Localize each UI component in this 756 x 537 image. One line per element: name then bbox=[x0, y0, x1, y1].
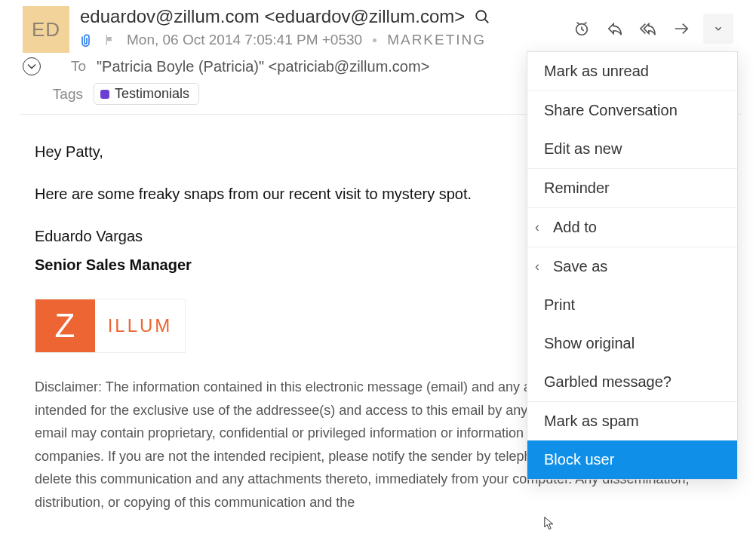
tags-label: Tags bbox=[48, 86, 83, 103]
menu-show-original[interactable]: Show original bbox=[527, 324, 737, 363]
tag-chip[interactable]: Testimonials bbox=[94, 83, 199, 105]
menu-share-conversation[interactable]: Share Conversation bbox=[527, 91, 737, 130]
to-label: To bbox=[51, 58, 86, 75]
menu-mark-spam[interactable]: Mark as spam bbox=[527, 401, 737, 440]
svg-line-1 bbox=[485, 20, 489, 23]
to-value: "Patricia Boyle (Patricia)" <patriciab@z… bbox=[97, 58, 429, 75]
menu-edit-as-new[interactable]: Edit as new bbox=[527, 130, 737, 168]
from-address: eduardov@zillum.com <eduardov@zillum.com… bbox=[80, 6, 465, 27]
separator-dot bbox=[373, 38, 376, 42]
more-actions-button[interactable] bbox=[703, 14, 733, 44]
menu-block-user[interactable]: Block user bbox=[527, 440, 737, 479]
email-date: Mon, 06 Oct 2014 7:05:41 PM +0530 bbox=[127, 32, 362, 48]
forward-icon[interactable] bbox=[673, 20, 690, 37]
svg-point-0 bbox=[476, 11, 486, 20]
tag-name: Testimonials bbox=[115, 86, 189, 102]
folder-label[interactable]: MARKETING bbox=[387, 32, 486, 48]
cursor-icon bbox=[540, 514, 555, 532]
menu-garbled-message[interactable]: Garbled message? bbox=[527, 363, 737, 401]
menu-add-to[interactable]: Add to bbox=[527, 207, 737, 247]
flag-icon[interactable] bbox=[104, 33, 116, 47]
tag-color-swatch bbox=[100, 90, 109, 99]
snooze-icon[interactable] bbox=[573, 20, 590, 37]
email-toolbar bbox=[573, 14, 733, 44]
logo-z: Z bbox=[35, 299, 94, 352]
more-actions-menu: Mark as unread Share Conversation Edit a… bbox=[527, 51, 738, 480]
logo-text: ILLUM bbox=[94, 299, 185, 352]
attachment-icon[interactable] bbox=[80, 32, 94, 48]
expand-recipients-icon[interactable] bbox=[23, 57, 41, 75]
menu-print[interactable]: Print bbox=[527, 286, 737, 324]
menu-save-as[interactable]: Save as bbox=[527, 247, 737, 286]
menu-reminder[interactable]: Reminder bbox=[527, 168, 737, 207]
menu-mark-unread[interactable]: Mark as unread bbox=[527, 52, 737, 91]
search-icon[interactable] bbox=[474, 8, 490, 25]
company-logo: Z ILLUM bbox=[35, 299, 186, 353]
reply-all-icon[interactable] bbox=[640, 20, 656, 37]
avatar[interactable]: ED bbox=[23, 6, 69, 53]
chevron-down-icon bbox=[713, 23, 724, 34]
reply-icon[interactable] bbox=[607, 20, 623, 37]
